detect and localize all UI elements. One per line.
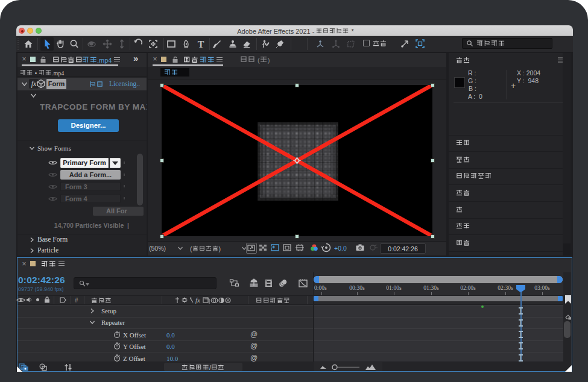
svg-text:T: T bbox=[198, 39, 204, 49]
svg-text:fx: fx bbox=[195, 296, 200, 304]
